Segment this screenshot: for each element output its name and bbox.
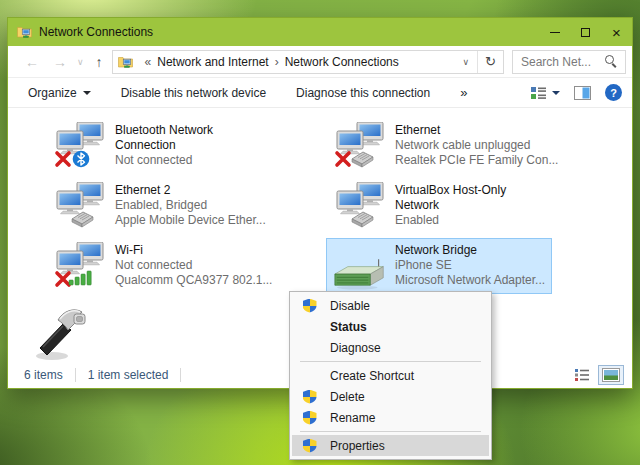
status-separator bbox=[180, 368, 181, 382]
ethernet-x-icon bbox=[333, 122, 387, 170]
maximize-button[interactable] bbox=[570, 18, 601, 46]
connection-text: Network BridgeiPhone SEMicrosoft Network… bbox=[395, 242, 545, 288]
connections-grid: Bluetooth Network ConnectionNot connecte… bbox=[46, 118, 612, 298]
connection-name: Bluetooth Network Connection bbox=[115, 123, 253, 153]
search-box bbox=[512, 50, 626, 74]
address-bar[interactable]: « Network and Internet › Network Connect… bbox=[112, 50, 504, 74]
connection-text: EthernetNetwork cable unpluggedRealtek P… bbox=[395, 122, 558, 168]
hammer-icon bbox=[30, 300, 90, 361]
bridge-icon bbox=[333, 242, 387, 290]
menu-icon-spacer bbox=[302, 340, 317, 355]
disable-device-button[interactable]: Disable this network device bbox=[117, 86, 270, 100]
thumbnail-view-icon bbox=[602, 368, 620, 382]
connection-status: iPhone SE bbox=[395, 258, 545, 273]
toolbar-overflow-button[interactable]: » bbox=[456, 85, 471, 100]
items-count: 6 items bbox=[24, 368, 63, 382]
menu-item-label: Create Shortcut bbox=[330, 369, 414, 383]
preview-pane-icon bbox=[574, 86, 591, 100]
connection-name: Ethernet bbox=[395, 123, 533, 138]
close-button[interactable]: × bbox=[601, 18, 632, 46]
back-button[interactable]: ← bbox=[18, 54, 46, 70]
large-icons-view-button[interactable] bbox=[598, 365, 624, 385]
breadcrumb-network-connections[interactable]: Network Connections bbox=[285, 55, 399, 69]
ethernet-icon bbox=[53, 182, 107, 230]
menu-item-label: Rename bbox=[330, 411, 375, 425]
window-title: Network Connections bbox=[39, 25, 153, 39]
uac-shield-icon bbox=[302, 438, 317, 453]
minimize-button[interactable] bbox=[539, 18, 570, 46]
diagnose-connection-button[interactable]: Diagnose this connection bbox=[292, 86, 434, 100]
connection-item[interactable]: Ethernet 2Enabled, BridgedApple Mobile D… bbox=[46, 178, 273, 234]
refresh-button[interactable]: ↻ bbox=[477, 51, 503, 73]
connection-text: Ethernet 2Enabled, BridgedApple Mobile D… bbox=[115, 182, 266, 228]
preview-pane-button[interactable] bbox=[574, 86, 591, 100]
maximize-icon bbox=[581, 28, 590, 37]
details-view-button[interactable] bbox=[572, 366, 592, 384]
wifi-x-icon bbox=[53, 242, 107, 290]
help-button[interactable]: ? bbox=[605, 84, 622, 101]
organize-button[interactable]: Organize bbox=[24, 86, 95, 100]
connection-status: Apple Mobile Device Ether... bbox=[115, 213, 266, 228]
history-dropdown[interactable]: ∨ bbox=[74, 57, 87, 67]
breadcrumb-collapse[interactable]: « bbox=[139, 55, 158, 69]
uac-shield-icon bbox=[302, 298, 317, 313]
menu-item-delete[interactable]: Delete bbox=[292, 386, 489, 407]
connection-name: Ethernet 2 bbox=[115, 183, 253, 198]
connection-item[interactable]: VirtualBox Host-Only NetworkEnabled bbox=[326, 178, 540, 234]
menu-item-label: Delete bbox=[330, 390, 365, 404]
breadcrumb-network-and-internet[interactable]: Network and Internet bbox=[157, 55, 268, 69]
menu-item-label: Status bbox=[330, 320, 367, 334]
breadcrumb-separator: › bbox=[269, 55, 285, 69]
search-input[interactable] bbox=[513, 55, 605, 69]
caption-buttons: × bbox=[539, 18, 632, 46]
chevron-down-icon bbox=[552, 91, 560, 95]
menu-item-label: Disable bbox=[330, 299, 370, 313]
close-icon: × bbox=[612, 25, 621, 40]
up-button[interactable]: ↑ bbox=[87, 54, 112, 70]
connection-item[interactable]: Network BridgeiPhone SEMicrosoft Network… bbox=[326, 238, 552, 294]
menu-separator bbox=[300, 361, 481, 362]
uac-shield-icon bbox=[302, 410, 317, 425]
desktop: { "window": { "title": "Network Connecti… bbox=[0, 0, 640, 465]
context-menu: DisableStatusDiagnoseCreate ShortcutDele… bbox=[289, 291, 492, 460]
statusbar-view-toggles bbox=[572, 365, 624, 385]
selection-count: 1 item selected bbox=[88, 368, 169, 382]
connection-status: Qualcomm QCA9377 802.1... bbox=[115, 273, 272, 288]
forward-button[interactable]: → bbox=[46, 54, 74, 70]
status-separator bbox=[75, 368, 76, 382]
title-bar: Network Connections × bbox=[8, 18, 632, 46]
connection-status: Realtek PCIe FE Family Con... bbox=[395, 153, 558, 168]
minimize-icon bbox=[550, 32, 560, 33]
menu-item-disable[interactable]: Disable bbox=[292, 295, 489, 316]
connection-status: Not connected bbox=[115, 258, 272, 273]
menu-item-rename[interactable]: Rename bbox=[292, 407, 489, 428]
location-icon bbox=[117, 54, 134, 70]
network-connections-icon bbox=[16, 24, 33, 40]
view-options-button[interactable] bbox=[531, 86, 560, 100]
menu-item-label: Properties bbox=[330, 439, 385, 453]
details-view-icon bbox=[575, 368, 589, 382]
menu-item-label: Diagnose bbox=[330, 341, 381, 355]
connection-status: Enabled bbox=[395, 213, 533, 228]
toolbar-right: ? bbox=[531, 84, 622, 101]
connection-status: Microsoft Network Adapter... bbox=[395, 273, 545, 288]
connection-status: Not connected bbox=[115, 153, 253, 168]
command-toolbar: Organize Disable this network device Dia… bbox=[8, 78, 632, 108]
connection-item[interactable]: EthernetNetwork cable unpluggedRealtek P… bbox=[326, 118, 565, 174]
connection-name: Network Bridge bbox=[395, 243, 533, 258]
connection-item[interactable]: Bluetooth Network ConnectionNot connecte… bbox=[46, 118, 260, 174]
tiles-view-icon bbox=[531, 86, 546, 100]
connection-text: VirtualBox Host-Only NetworkEnabled bbox=[395, 182, 533, 228]
connection-item[interactable]: Wi-FiNot connectedQualcomm QCA9377 802.1… bbox=[46, 238, 279, 294]
menu-item-status[interactable]: Status bbox=[292, 316, 489, 337]
menu-item-create-shortcut[interactable]: Create Shortcut bbox=[292, 365, 489, 386]
connection-text: Bluetooth Network ConnectionNot connecte… bbox=[115, 122, 253, 168]
search-icon bbox=[605, 55, 618, 68]
address-dropdown-icon[interactable]: ∨ bbox=[455, 57, 478, 67]
connection-name: VirtualBox Host-Only Network bbox=[395, 183, 533, 213]
menu-item-properties[interactable]: Properties bbox=[292, 435, 489, 456]
menu-item-diagnose[interactable]: Diagnose bbox=[292, 337, 489, 358]
ethernet-icon bbox=[333, 182, 387, 230]
menu-icon-spacer bbox=[302, 319, 317, 334]
bluetooth-x-icon bbox=[53, 122, 107, 170]
